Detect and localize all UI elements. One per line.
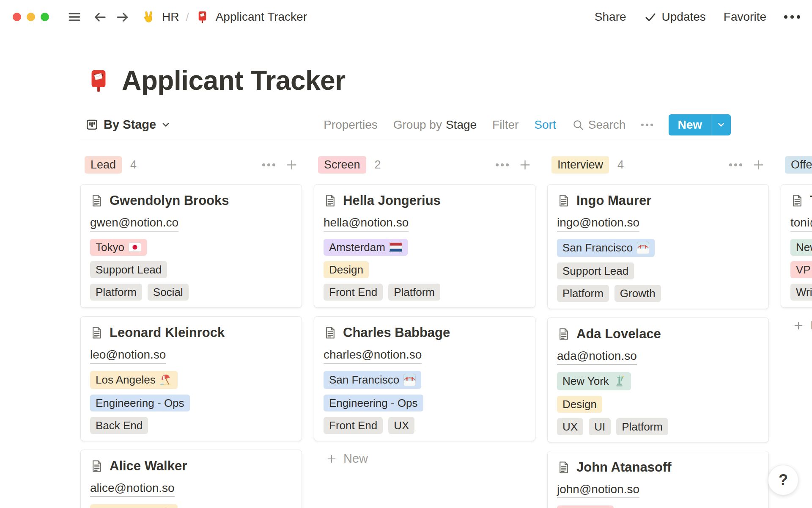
page-header: Applicant Tracker [86, 65, 731, 97]
properties-button[interactable]: Properties [324, 118, 378, 132]
new-button-dropdown[interactable] [711, 114, 731, 135]
applicant-email-link[interactable]: leo@notion.so [90, 348, 166, 364]
postbox-icon [86, 69, 111, 93]
tag-platform: Platform [616, 418, 668, 435]
more-options-icon[interactable] [784, 15, 800, 19]
applicant-card[interactable]: Ingo Maureringo@notion.soSan FranciscoSu… [547, 184, 769, 309]
breadcrumb-workspace[interactable]: HR [162, 10, 179, 24]
close-window-button[interactable] [13, 13, 21, 21]
view-switcher[interactable]: By Stage [85, 118, 170, 132]
card-email-row: gwen@notion.co [90, 216, 291, 232]
zoom-window-button[interactable] [41, 13, 49, 21]
card-title-row: Alice Walker [90, 458, 291, 474]
sort-button[interactable]: Sort [534, 118, 556, 132]
group-by-button[interactable]: Group by Stage [393, 118, 477, 132]
applicant-card[interactable]: Alice Walkeralice@notion.soLos Angeles [80, 450, 302, 508]
column-title-pill[interactable]: Offer [785, 156, 812, 174]
add-card-button[interactable]: New [314, 450, 535, 468]
forward-arrow-icon[interactable] [115, 9, 130, 25]
card-email-row: alice@notion.so [90, 481, 291, 497]
applicant-name: T [810, 193, 812, 208]
column-actions [494, 158, 532, 172]
tag-new-york: New York [557, 372, 631, 390]
breadcrumb-separator: / [186, 11, 189, 24]
breadcrumb-page[interactable]: Applicant Tracker [216, 10, 307, 24]
tag-row: New [790, 239, 812, 256]
properties-label: Properties [324, 118, 378, 132]
applicant-card[interactable]: Ttoni@NewVP oWrit [781, 184, 812, 308]
tag-tokyo: Tokyo [557, 505, 614, 508]
applicant-card[interactable]: Gwendolyn Brooksgwen@notion.coTokyoSuppo… [80, 184, 302, 308]
favorite-button[interactable]: Favorite [724, 10, 766, 24]
applicant-email-link[interactable]: hella@notion.so [324, 216, 409, 232]
applicant-email-link[interactable]: charles@notion.so [324, 348, 422, 364]
victory-hand-icon [142, 11, 155, 24]
page-icon [557, 327, 571, 341]
column-actions [727, 158, 765, 172]
card-title-row: Ingo Maurer [557, 193, 758, 208]
applicant-card[interactable]: Charles Babbagecharles@notion.soSan Fran… [314, 316, 535, 441]
applicant-email-link[interactable]: ingo@notion.so [557, 216, 639, 232]
filter-button[interactable]: Filter [492, 118, 518, 132]
column-options-icon[interactable] [494, 162, 510, 168]
tag-row: New York [557, 372, 758, 390]
minimize-window-button[interactable] [27, 13, 35, 21]
tag-label: Platform [622, 421, 663, 432]
tag-amsterdam: Amsterdam [324, 239, 408, 256]
help-button[interactable]: ? [768, 465, 798, 495]
tag-san-francisco: San Francisco [324, 371, 421, 389]
search-button[interactable]: Search [572, 118, 626, 132]
tag-label: Platform [562, 288, 604, 299]
column-count: 2 [375, 158, 381, 171]
card-email-row: toni@ [790, 216, 812, 232]
card-tags: AmsterdamDesignFront EndPlatform [324, 239, 525, 301]
sf-fog-icon [637, 242, 649, 254]
column-options-icon[interactable] [727, 162, 744, 168]
topbar-actions: Share Updates Favorite [595, 10, 800, 24]
tag-los-angeles: Los Angeles [90, 504, 178, 508]
updates-button[interactable]: Updates [644, 10, 706, 24]
card-title-row: Hella Jongerius [324, 193, 525, 208]
tag-label: Back End [96, 420, 143, 431]
favorite-label: Favorite [724, 10, 766, 24]
tag-label: UI [594, 421, 605, 432]
tag-front-end: Front End [324, 417, 383, 434]
view-options-icon[interactable] [641, 124, 653, 126]
page-title[interactable]: Applicant Tracker [122, 65, 346, 97]
tag-label: Engineering - Ops [329, 398, 418, 409]
column-add-icon[interactable] [752, 158, 765, 172]
applicant-email-link[interactable]: ada@notion.so [557, 349, 637, 365]
column-title-pill[interactable]: Interview [551, 156, 609, 174]
column-add-icon[interactable] [518, 158, 532, 172]
tag-row: Support Lead [557, 262, 758, 279]
tag-label: Design [329, 264, 363, 275]
column-count: 4 [130, 158, 137, 171]
column-title-pill[interactable]: Lead [85, 156, 122, 174]
share-button[interactable]: Share [595, 10, 626, 24]
column-options-icon[interactable] [261, 162, 277, 168]
column-add-icon[interactable] [285, 158, 299, 172]
add-card-label: New [343, 452, 368, 466]
applicant-card[interactable]: John Atanasoffjohn@notion.soTokyo [547, 451, 769, 508]
column-actions [261, 158, 299, 172]
card-tags: Tokyo [557, 505, 758, 508]
tag-row: PlatformSocial [90, 284, 291, 301]
breadcrumb: HR / Applicant Tracker [142, 10, 307, 24]
sf-fog-icon [403, 374, 416, 386]
new-button[interactable]: New [669, 114, 731, 135]
applicant-email-link[interactable]: toni@ [790, 216, 812, 232]
applicant-card[interactable]: Ada Lovelaceada@notion.soNew YorkDesignU… [547, 318, 769, 442]
card-tags: San FranciscoEngineering - OpsFront EndU… [324, 371, 525, 434]
applicant-email-link[interactable]: john@notion.so [557, 483, 639, 498]
tag-label: Design [562, 399, 597, 410]
add-card-button[interactable]: New [781, 316, 812, 335]
applicant-name: John Atanasoff [576, 460, 671, 475]
applicant-email-link[interactable]: alice@notion.so [90, 481, 175, 497]
column-title-pill[interactable]: Screen [318, 156, 366, 174]
sidebar-menu-icon[interactable] [67, 9, 82, 25]
applicant-card[interactable]: Leonard Kleinrockleo@notion.soLos Angele… [80, 316, 302, 441]
applicant-card[interactable]: Hella Jongeriushella@notion.soAmsterdamD… [314, 184, 535, 308]
tag-label: Los Angeles [96, 374, 156, 385]
back-arrow-icon[interactable] [92, 9, 108, 25]
applicant-email-link[interactable]: gwen@notion.co [90, 216, 178, 232]
